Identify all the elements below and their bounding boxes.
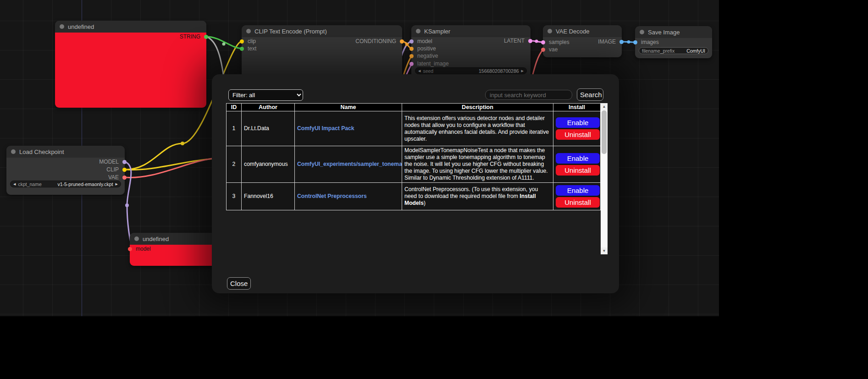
node-save-image[interactable]: Save Image images filename_prefix ComfyU… xyxy=(635,26,712,58)
description-text: This extension offers various detector n… xyxy=(404,115,549,142)
input-slot-label: negative xyxy=(417,53,438,59)
cell-description: ModelSamplerTonemapNoiseTest a node that… xyxy=(402,146,553,183)
slot-dot-vae[interactable] xyxy=(541,48,545,52)
node-title-bar[interactable]: Load Checkpoint xyxy=(6,146,125,158)
input-slot-samples: samples xyxy=(543,39,569,45)
input-slot-model: model xyxy=(130,246,151,252)
slot-dot-model[interactable] xyxy=(128,247,132,251)
scrollbar[interactable]: ▲ ▼ xyxy=(601,103,608,254)
description-text: ModelSamplerTonemapNoiseTest a node that… xyxy=(404,147,548,181)
node-dot-icon[interactable] xyxy=(416,29,420,33)
extension-link[interactable]: ControlNet Preprocessors xyxy=(297,193,367,199)
slot-dot-conditioning[interactable] xyxy=(400,39,404,44)
scroll-up-icon[interactable]: ▲ xyxy=(601,103,608,110)
input-slot-images: images xyxy=(635,39,659,45)
description-after-text: ) xyxy=(424,200,426,206)
widget-value: v1-5-pruned-emaonly.ckpt xyxy=(57,181,113,187)
node-title-bar[interactable]: CLIP Text Encode (Prompt) xyxy=(242,25,402,37)
search-input[interactable] xyxy=(485,90,572,100)
slot-dot-clip[interactable] xyxy=(122,168,127,172)
input-slot-clip: clip xyxy=(242,38,256,44)
input-slot-latent-image: latent_image xyxy=(411,60,449,67)
cell-author: Dr.Lt.Data xyxy=(242,111,295,146)
slot-dot-latent[interactable] xyxy=(528,39,532,43)
increment-icon[interactable]: ▶ xyxy=(116,182,118,186)
node-dot-icon[interactable] xyxy=(134,236,139,241)
enable-button[interactable]: Enable xyxy=(556,153,600,164)
slot-dot-latent[interactable] xyxy=(541,40,545,44)
node-dot-icon[interactable] xyxy=(60,24,64,29)
output-slot-label: LATENT xyxy=(504,38,525,44)
input-slot-label: vae xyxy=(549,46,558,53)
ckpt-name-widget[interactable]: ◀ ckpt_name v1-5-pruned-emaonly.ckpt ▶ xyxy=(10,181,121,187)
output-slot-label: VAE xyxy=(108,174,119,181)
input-slot-model: model xyxy=(411,38,432,44)
slot-dot-image[interactable] xyxy=(633,40,637,44)
uninstall-button[interactable]: Uninstall xyxy=(556,129,600,140)
enable-button[interactable]: Enable xyxy=(556,185,600,196)
cell-id: 3 xyxy=(227,183,242,210)
scrollbar-thumb[interactable] xyxy=(602,110,607,154)
input-slot-label: clip xyxy=(248,38,256,44)
node-title-bar[interactable]: undefined xyxy=(55,21,206,33)
column-header-name: Name xyxy=(295,104,402,111)
slot-dot-latent[interactable] xyxy=(409,62,414,66)
manager-dialog: Filter: all Search ID Author Name Descri… xyxy=(212,74,619,293)
cell-description: This extension offers various detector n… xyxy=(402,111,553,146)
enable-button[interactable]: Enable xyxy=(556,117,600,128)
uninstall-button[interactable]: Uninstall xyxy=(556,197,600,208)
input-slot-label: model xyxy=(136,246,151,252)
slot-dot-image[interactable] xyxy=(619,40,624,44)
scroll-down-icon[interactable]: ▼ xyxy=(601,247,608,254)
node-title: undefined xyxy=(143,236,169,242)
slot-dot-vae[interactable] xyxy=(122,176,127,180)
slot-dot-conditioning[interactable] xyxy=(409,54,414,58)
node-vae-decode[interactable]: VAE Decode samples vae IMAGE xyxy=(543,25,622,57)
decrement-icon[interactable]: ◀ xyxy=(13,182,16,186)
filter-select[interactable]: Filter: all xyxy=(228,89,303,101)
slot-dot-clip[interactable] xyxy=(240,39,244,44)
node-dot-icon[interactable] xyxy=(547,29,552,33)
cell-author: Fannovel16 xyxy=(242,183,295,210)
slot-dot-string[interactable] xyxy=(204,35,208,39)
node-load-checkpoint[interactable]: Load Checkpoint MODEL CLIP VAE ◀ ckpt_na… xyxy=(6,146,125,195)
slot-dot-model[interactable] xyxy=(122,160,127,164)
node-title-bar[interactable]: VAE Decode xyxy=(543,25,622,37)
search-button[interactable]: Search xyxy=(577,88,603,101)
output-slot-model: MODEL xyxy=(99,159,125,165)
slot-dot-model[interactable] xyxy=(409,39,414,44)
slot-dot-conditioning[interactable] xyxy=(409,47,414,51)
node-title: undefined xyxy=(68,23,94,30)
output-slot-label: IMAGE xyxy=(598,38,616,45)
link-midpoint-dot xyxy=(181,142,184,145)
cell-install: Enable Uninstall xyxy=(553,111,601,146)
increment-icon[interactable]: ▶ xyxy=(521,69,524,73)
seed-widget[interactable]: ◀ seed 156680208700286 ▶ xyxy=(415,67,527,74)
node-title-bar[interactable]: Save Image xyxy=(635,26,712,38)
widget-value: ComfyUI xyxy=(686,48,705,54)
input-slot-negative: negative xyxy=(411,53,438,59)
input-slot-positive: positive xyxy=(411,45,436,52)
node-title: Load Checkpoint xyxy=(19,148,64,155)
output-slot-latent: LATENT xyxy=(504,38,531,44)
decrement-icon[interactable]: ◀ xyxy=(418,69,420,73)
input-slot-label: images xyxy=(641,39,659,45)
column-header-install: Install xyxy=(553,104,601,111)
node-dot-icon[interactable] xyxy=(246,29,251,33)
node-title-bar[interactable]: KSampler xyxy=(411,25,531,37)
extension-link[interactable]: ComfyUI_experiments/sampler_tonemap xyxy=(297,161,402,167)
input-slot-label: positive xyxy=(417,45,436,52)
uninstall-button[interactable]: Uninstall xyxy=(556,165,600,176)
widget-label: seed xyxy=(423,68,433,74)
slot-dot-text[interactable] xyxy=(240,47,244,51)
output-slot-label: MODEL xyxy=(99,159,119,165)
node-undefined-top[interactable]: undefined STRING xyxy=(55,21,206,108)
node-dot-icon[interactable] xyxy=(11,149,16,154)
node-dot-icon[interactable] xyxy=(640,30,644,34)
column-header-description: Description xyxy=(402,104,553,111)
column-header-author: Author xyxy=(242,104,295,111)
cell-description: ControlNet Preprocessors. (To use this e… xyxy=(402,183,553,210)
close-button[interactable]: Close xyxy=(227,277,251,290)
extension-link[interactable]: ComfyUI Impact Pack xyxy=(297,125,354,132)
filename-prefix-widget[interactable]: filename_prefix ComfyUI xyxy=(639,47,708,54)
